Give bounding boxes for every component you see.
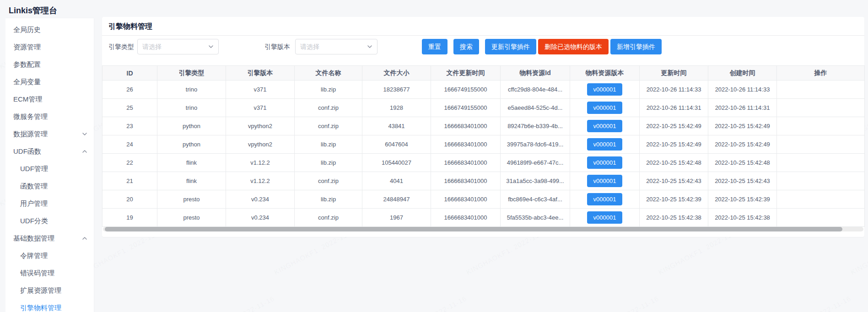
resource-version-button[interactable]: v000001 bbox=[587, 138, 623, 151]
cell-file_name: conf.zip bbox=[295, 99, 362, 117]
sidebar-item-3[interactable]: 全局变量 bbox=[5, 73, 94, 91]
cell-create_time: 2022-10-25 15:42:39 bbox=[708, 190, 777, 209]
column-header: 物料资源版本 bbox=[570, 66, 640, 81]
sidebar-item-0[interactable]: 全局历史 bbox=[5, 21, 94, 38]
column-header: 物料资源Id bbox=[501, 66, 570, 81]
resource-version-button[interactable]: v000001 bbox=[587, 193, 623, 205]
cell-resource_version: v000001 bbox=[570, 135, 640, 154]
toolbar: 重置 搜索 更新引擎插件 删除已选物料的版本 新增引擎插件 bbox=[422, 39, 662, 54]
cell-operation bbox=[777, 209, 865, 227]
resource-version-button[interactable]: v000001 bbox=[587, 156, 623, 169]
engine-version-label: 引擎版本 bbox=[264, 39, 290, 54]
cell-file_update_time: 1666749155000 bbox=[431, 81, 501, 99]
resource-version-button[interactable]: v000001 bbox=[587, 175, 623, 187]
cell-engine_type: flink bbox=[157, 172, 226, 190]
sidebar-menu: 全局历史资源管理参数配置全局变量ECM管理微服务管理数据源管理UDF函数UDF管… bbox=[5, 21, 94, 312]
cell-update_time: 2022-10-25 15:42:49 bbox=[640, 135, 708, 154]
engine-version-select[interactable]: 请选择 bbox=[295, 39, 377, 54]
cell-resource_id: 89247b6e-b339-4b... bbox=[501, 117, 570, 135]
resource-version-button[interactable]: v000001 bbox=[587, 102, 623, 114]
table-row: 22flinkv1.12.2lib.zip1054400271666683401… bbox=[102, 154, 865, 172]
engine-type-select[interactable]: 请选择 bbox=[137, 39, 219, 54]
content-card: 引擎物料管理 引擎类型 请选择 引擎版本 请选择 重置 搜索 更新引擎插件 删除… bbox=[102, 17, 864, 237]
reset-button[interactable]: 重置 bbox=[422, 39, 447, 54]
horizontal-scrollbar-track bbox=[103, 227, 863, 231]
table-row: 25trinov371conf.zip19281666749155000e5ae… bbox=[102, 99, 865, 117]
cell-engine_version: v0.234 bbox=[226, 209, 295, 227]
add-engine-plugin-button[interactable]: 新增引擎插件 bbox=[610, 39, 662, 54]
cell-resource_id: 39975a78-fdc6-419... bbox=[501, 135, 570, 154]
cell-file_size: 4041 bbox=[362, 172, 431, 190]
sidebar-item-4[interactable]: ECM管理 bbox=[5, 91, 94, 108]
cell-update_time: 2022-10-25 15:42:38 bbox=[640, 209, 708, 227]
cell-operation bbox=[777, 99, 865, 117]
sidebar-subitem-8-2[interactable]: 扩展资源管理 bbox=[5, 282, 94, 299]
sidebar-subitem-label: 令牌管理 bbox=[20, 252, 48, 259]
resource-version-button[interactable]: v000001 bbox=[587, 120, 623, 132]
sidebar-item-6[interactable]: 数据源管理 bbox=[5, 125, 94, 143]
sidebar-item-2[interactable]: 参数配置 bbox=[5, 56, 94, 73]
cell-file_size: 18238677 bbox=[362, 81, 431, 99]
cell-engine_type: trino bbox=[157, 99, 226, 117]
cell-file_update_time: 1666683401000 bbox=[431, 209, 501, 227]
update-engine-plugin-button[interactable]: 更新引擎插件 bbox=[485, 39, 536, 54]
sidebar: 全局历史资源管理参数配置全局变量ECM管理微服务管理数据源管理UDF函数UDF管… bbox=[5, 18, 94, 312]
cell-engine_version: v1.12.2 bbox=[226, 172, 295, 190]
sidebar-item-5[interactable]: 微服务管理 bbox=[5, 108, 94, 125]
resource-version-button[interactable]: v000001 bbox=[587, 211, 623, 224]
sidebar-item-8[interactable]: 基础数据管理 bbox=[5, 230, 94, 247]
cell-engine_type: presto bbox=[157, 209, 226, 227]
cell-file_size: 105440027 bbox=[362, 154, 431, 172]
sidebar-subitem-7-2[interactable]: 用户管理 bbox=[5, 195, 94, 212]
table-row: 26trinov371lib.zip182386771666749155000c… bbox=[102, 81, 865, 99]
chevron-up-icon bbox=[82, 236, 87, 241]
horizontal-scrollbar-thumb[interactable] bbox=[105, 227, 842, 231]
cell-file_update_time: 1666683401000 bbox=[431, 135, 501, 154]
top-bar: Linkis管理台 bbox=[0, 0, 868, 19]
resource-version-button[interactable]: v000001 bbox=[587, 83, 623, 96]
cell-operation bbox=[777, 135, 865, 154]
table-body: 26trinov371lib.zip182386771666749155000c… bbox=[102, 81, 865, 227]
sidebar-subitem-label: 函数管理 bbox=[20, 182, 48, 190]
sidebar-subitem-8-1[interactable]: 错误码管理 bbox=[5, 264, 94, 282]
cell-file_name: lib.zip bbox=[295, 190, 362, 209]
delete-selected-version-button[interactable]: 删除已选物料的版本 bbox=[538, 39, 609, 54]
cell-file_name: lib.zip bbox=[295, 81, 362, 99]
cell-resource_id: 5fa5535b-abc3-4ee... bbox=[501, 209, 570, 227]
cell-id: 26 bbox=[102, 81, 157, 99]
cell-operation bbox=[777, 154, 865, 172]
sidebar-subitem-8-0[interactable]: 令牌管理 bbox=[5, 247, 94, 264]
sidebar-subitem-7-1[interactable]: 函数管理 bbox=[5, 178, 94, 195]
sidebar-subitem-8-3[interactable]: 引擎物料管理 bbox=[5, 299, 94, 312]
cell-engine_version: v0.234 bbox=[226, 190, 295, 209]
sidebar-subitem-label: 引擎物料管理 bbox=[20, 304, 61, 312]
sidebar-item-label: 全局变量 bbox=[13, 78, 41, 86]
cell-id: 22 bbox=[102, 154, 157, 172]
sidebar-item-1[interactable]: 资源管理 bbox=[5, 38, 94, 56]
cell-create_time: 2022-10-25 15:42:38 bbox=[708, 209, 777, 227]
cell-file_update_time: 1666683401000 bbox=[431, 117, 501, 135]
column-header: 更新时间 bbox=[640, 66, 708, 81]
cell-resource_version: v000001 bbox=[570, 99, 640, 117]
cell-operation bbox=[777, 190, 865, 209]
cell-file_name: lib.zip bbox=[295, 135, 362, 154]
watermark-text: KINGHAOKF1. 2022-11-16 bbox=[575, 294, 660, 312]
cell-engine_version: v371 bbox=[226, 99, 295, 117]
materials-table-wrap: ID引擎类型引擎版本文件名称文件大小文件更新时间物料资源Id物料资源版本更新时间… bbox=[102, 65, 864, 227]
cell-file_name: conf.zip bbox=[295, 209, 362, 227]
cell-create_time: 2022-10-26 11:14:31 bbox=[708, 99, 777, 117]
page-title: 引擎物料管理 bbox=[108, 22, 152, 32]
chevron-down-icon bbox=[208, 44, 214, 49]
cell-create_time: 2022-10-25 15:42:49 bbox=[708, 117, 777, 135]
sidebar-item-label: 微服务管理 bbox=[13, 113, 48, 120]
sidebar-subitem-7-0[interactable]: UDF管理 bbox=[5, 160, 94, 178]
cell-resource_version: v000001 bbox=[570, 154, 640, 172]
sidebar-item-7[interactable]: UDF函数 bbox=[5, 143, 94, 160]
search-button[interactable]: 搜索 bbox=[453, 39, 479, 54]
sidebar-subitem-7-3[interactable]: UDF分类 bbox=[5, 212, 94, 230]
column-header: 文件更新时间 bbox=[431, 66, 501, 81]
cell-engine_version: v371 bbox=[226, 81, 295, 99]
cell-file_update_time: 1666683401000 bbox=[431, 172, 501, 190]
cell-resource_version: v000001 bbox=[570, 190, 640, 209]
chevron-down-icon bbox=[367, 44, 372, 49]
